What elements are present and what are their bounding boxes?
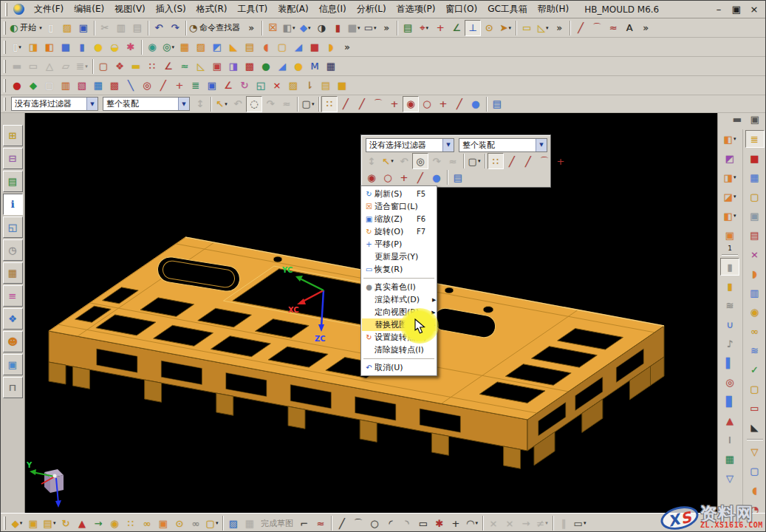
menu-item-render-style[interactable]: 渲染样式(D)▶ xyxy=(362,293,436,306)
mold-stamp-button[interactable]: × xyxy=(745,245,765,263)
text-button[interactable]: A xyxy=(621,20,637,36)
grid-analysis-button[interactable]: ▩ xyxy=(242,58,258,75)
menu-装配A[interactable]: 装配(A) xyxy=(273,1,314,17)
link-button[interactable]: ∞ xyxy=(139,515,155,531)
washer-button[interactable]: ◎ xyxy=(720,373,739,391)
mold-move-component-button[interactable]: ◧▾ xyxy=(720,130,739,148)
float-lasso-button[interactable]: ◎ xyxy=(412,153,428,169)
open-button[interactable]: ▨ xyxy=(59,20,75,36)
thicken-button[interactable]: ◩ xyxy=(209,39,225,55)
cone-button[interactable]: ◒ xyxy=(106,39,123,55)
toolbar-overflow-chevron[interactable]: » xyxy=(339,39,355,55)
rotate-pink-button[interactable]: ↻ xyxy=(236,78,253,94)
render-style-button[interactable]: ◧▾ xyxy=(281,20,297,36)
constraint-x-button[interactable]: × xyxy=(485,515,502,531)
restore-button[interactable]: ▣ xyxy=(728,1,745,18)
sketch-circle-button[interactable]: ○ xyxy=(366,515,383,531)
sketch-shape-button[interactable]: ◠▾ xyxy=(464,515,480,531)
mold-grid-component-button[interactable]: ▣ xyxy=(720,226,739,244)
gift-box-button[interactable]: ▧ xyxy=(74,78,90,94)
sketch-rectangle-button[interactable]: ▭ xyxy=(415,515,431,531)
material-button[interactable]: M xyxy=(307,58,323,75)
shaded-view-button[interactable]: ◑ xyxy=(313,20,329,36)
menu-item-rotate[interactable]: ↻旋转(O)F7 xyxy=(362,225,436,238)
mold-base-button[interactable]: ▦ xyxy=(745,168,765,186)
viewport-minimize-button[interactable]: ▬ xyxy=(729,115,745,124)
mold-list-component-button[interactable]: ◪▾ xyxy=(720,188,739,205)
assembly-cube-button[interactable]: ◆▾ xyxy=(9,515,25,531)
sketch-point-button[interactable]: ✱ xyxy=(431,515,448,531)
float-general-selection-button[interactable]: ↖▾ xyxy=(380,153,396,169)
float-snap-point-button[interactable]: ∷ xyxy=(488,153,504,169)
floating-scope-combo[interactable]: 整个装配 ▼ xyxy=(459,138,547,152)
measure-distance-button[interactable]: ▭ xyxy=(519,20,535,36)
menu-视图V[interactable]: 视图(V) xyxy=(109,1,151,17)
menu-格式R[interactable]: 格式(R) xyxy=(191,1,233,17)
studio-spline-button[interactable]: ≈ xyxy=(605,20,621,36)
undo-selection-button[interactable]: ↶ xyxy=(230,96,246,112)
command-finder-button[interactable]: ◔命令查找器 xyxy=(188,20,243,36)
joint-button[interactable]: ◉ xyxy=(106,515,123,531)
window-z-button[interactable]: ▣ xyxy=(204,78,220,94)
move-object-button[interactable]: ➤▾ xyxy=(497,20,513,36)
assembly-cubes-button[interactable]: ▣ xyxy=(25,515,41,531)
menu-GC工具箱[interactable]: GC工具箱 xyxy=(482,1,533,17)
bracket-button[interactable]: ∪ xyxy=(720,316,739,333)
section-button[interactable]: ▱ xyxy=(58,58,74,75)
float-curve-button[interactable]: ≈ xyxy=(445,153,461,169)
chain-button[interactable]: ∞ xyxy=(188,515,204,531)
layers-button[interactable]: ≣ xyxy=(188,78,204,94)
mid-point-button[interactable]: ╱ xyxy=(354,96,370,112)
bend-button[interactable]: ◣ xyxy=(225,39,242,55)
dash-rect-button[interactable]: ▭▾ xyxy=(572,515,588,531)
mold-wave-button[interactable]: ≋ xyxy=(745,341,765,359)
grid-cross-button[interactable]: ▩ xyxy=(106,78,123,94)
triangle-button[interactable]: △ xyxy=(41,58,58,75)
red-sphere-button[interactable]: ● xyxy=(9,78,25,94)
auto-constraint-button[interactable]: ≠▾ xyxy=(534,515,550,531)
combo-dropdown-icon[interactable]: ▼ xyxy=(536,139,547,151)
new-file-button[interactable]: ▯ xyxy=(43,20,59,36)
circle-center-button[interactable]: ◉ xyxy=(403,96,419,112)
tube-button[interactable]: ◖ xyxy=(258,39,274,55)
gift-button[interactable]: ▦ xyxy=(720,450,739,468)
selection-scope-combo[interactable]: 整个装配 ▼ xyxy=(103,97,190,111)
select-curve-button[interactable]: ≈ xyxy=(278,96,295,112)
float-assembly-book-button[interactable]: ▤ xyxy=(450,169,466,185)
menu-item-true-shading[interactable]: ●真实着色(I) xyxy=(362,281,436,293)
note-button[interactable]: ♪ xyxy=(720,335,739,352)
gallery-tab[interactable]: ▣ xyxy=(3,354,23,375)
mold-frame-cube-button[interactable]: ▢ xyxy=(745,380,765,398)
blob-button[interactable]: ● xyxy=(290,58,307,75)
constraint-navigator-tab[interactable]: ⊟ xyxy=(3,148,23,169)
curve-analysis-button[interactable]: ≈ xyxy=(177,58,193,75)
floating-filter-combo[interactable]: 没有选择过滤器 ▼ xyxy=(366,138,454,152)
arc-center-button[interactable]: ⌒ xyxy=(370,96,386,112)
blend-button[interactable]: ✱ xyxy=(123,39,139,55)
mold-scoop-button[interactable]: ◖ xyxy=(745,481,765,499)
rgb-dots-button[interactable]: ● xyxy=(258,58,274,75)
part-navigator-button[interactable]: ▤ xyxy=(400,20,416,36)
mold-copy-component-button[interactable]: ◨▾ xyxy=(720,168,739,186)
menu-item-set-rotate-point[interactable]: ↻设置旋转点(S) xyxy=(362,331,436,344)
menu-item-orient-view[interactable]: 定向视图(R)▶ xyxy=(362,306,436,318)
block-button[interactable]: ■ xyxy=(58,39,74,55)
menu-窗口O[interactable]: 窗口(O) xyxy=(440,1,482,17)
mold-funnel-button[interactable]: ▽ xyxy=(745,443,765,460)
fit-window-button[interactable]: ☒ xyxy=(264,20,281,36)
mold-wire-box-button[interactable]: ▭ xyxy=(745,399,765,417)
float-quadrant-button[interactable]: ○ xyxy=(380,169,396,185)
general-selection-button[interactable]: ↖▾ xyxy=(213,96,230,112)
toolbar-overflow-chevron[interactable]: » xyxy=(378,20,394,36)
pattern-component-button[interactable]: ∷ xyxy=(123,515,139,531)
cube-eye-button[interactable]: ⊙ xyxy=(171,515,188,531)
delete-x-button[interactable]: × xyxy=(269,78,285,94)
redo-selection-button[interactable]: ↷ xyxy=(262,96,278,112)
tolerance-button[interactable]: ▣ xyxy=(209,58,225,75)
toolbar-overflow-chevron[interactable]: » xyxy=(243,20,259,36)
mirror-assembly-button[interactable]: ▲ xyxy=(74,515,90,531)
sketch-fillet-button[interactable]: ◜ xyxy=(383,515,399,531)
sweep-button[interactable]: ◗ xyxy=(323,39,339,55)
float-point-on-face-button[interactable]: ● xyxy=(428,169,445,185)
mold-hooks-button[interactable]: ∞ xyxy=(745,322,765,340)
